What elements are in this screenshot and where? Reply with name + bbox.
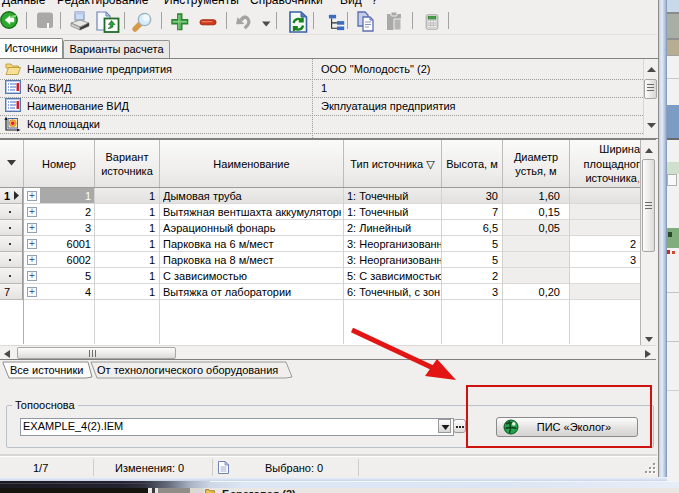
svg-text:Все источники: Все источники xyxy=(10,364,83,376)
svg-text:От технологического оборудован: От технологического оборудования xyxy=(97,364,278,376)
